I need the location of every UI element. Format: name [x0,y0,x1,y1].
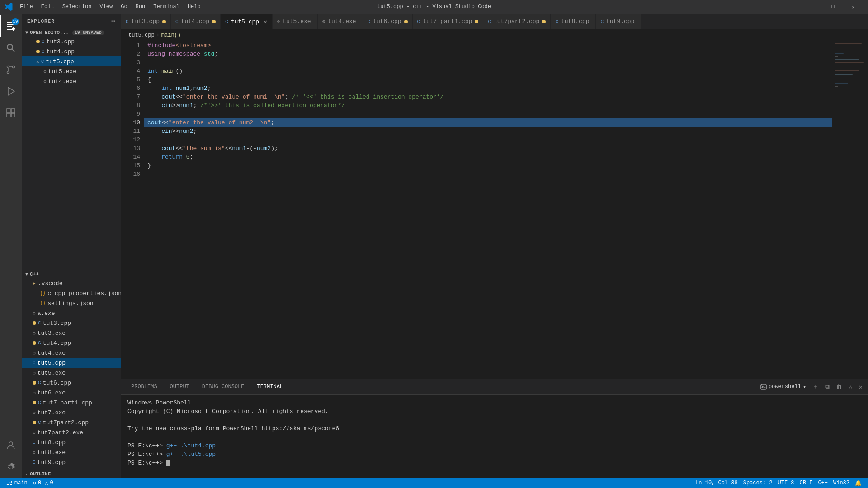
tab-tut9[interactable]: C tut9.cpp [596,14,641,29]
file-tut6-exe[interactable]: ⚙ tut6.exe [22,388,121,398]
open-editor-tut4exe[interactable]: ⚙ tut4.exe [22,76,121,86]
breadcrumb-symbol[interactable]: main() [161,32,181,38]
menu-edit[interactable]: Edit [38,2,58,12]
svg-rect-8 [7,113,10,117]
file-label: tut4.exe [38,350,66,357]
file-tut5-cpp[interactable]: C tut5.cpp [22,358,121,368]
open-editors-label: OPEN EDITO... [30,30,69,35]
open-editor-tut5[interactable]: ✕ C tut5.cpp [22,56,121,66]
file-tut7p2-cpp[interactable]: C tut7part2.cpp [22,418,121,427]
tab-tut4[interactable]: C tut4.cpp [171,14,221,29]
breadcrumb-file[interactable]: tut5.cpp [128,32,155,38]
file-tut9-cpp[interactable]: C tut9.cpp [22,457,121,467]
status-platform[interactable]: Win32 [830,478,852,488]
open-editor-tut3[interactable]: C tut3.cpp [22,37,121,47]
terminal-content[interactable]: Windows PowerShell Copyright (C) Microso… [121,395,868,478]
minimize-button[interactable]: — [802,0,823,14]
file-settings[interactable]: {} settings.json [22,298,121,308]
tab-tut3[interactable]: C tut3.cpp [121,14,171,29]
status-errors[interactable]: ⊗ 0 △ 0 [30,478,56,488]
file-tut3-cpp[interactable]: C tut3.cpp [22,318,121,328]
file-tut9-exe[interactable]: ⚙ tut9.exe [22,467,121,468]
code-editor[interactable]: 12345 6789 10 111213141516 #include<iost… [121,41,868,379]
vscode-folder[interactable]: ▸ .vscode [22,278,121,288]
tab-tut7p1[interactable]: C tut7 part1.cpp [413,14,484,29]
tab-tut4exe[interactable]: ⚙ tut4.exe [318,14,363,29]
status-spaces[interactable]: Spaces: 2 [741,478,775,488]
code-content[interactable]: #include<iostream> using namespace std; … [144,41,832,379]
menu-go[interactable]: Go [117,2,131,12]
error-count: 0 [38,480,41,486]
file-tut4-exe[interactable]: ⚙ tut4.exe [22,348,121,358]
exe-icon: ⚙ [43,69,47,75]
status-bar: ⎇ main ⊗ 0 △ 0 Ln 10, Col 38 Spaces: 2 U… [0,478,868,488]
file-tut6-cpp[interactable]: C tut6.cpp [22,378,121,388]
close-panel-button[interactable]: ✕ [857,382,864,392]
open-editor-tut5exe[interactable]: ⚙ tut5.exe [22,66,121,76]
menu-file[interactable]: File [16,2,37,12]
window-controls: — □ ✕ [802,0,863,14]
file-tut4-cpp[interactable]: C tut4.cpp [22,338,121,348]
tab-tut8[interactable]: C tut8.cpp [551,14,596,29]
panel-tab-terminal[interactable]: TERMINAL [250,381,289,393]
file-label: settings.json [47,300,93,307]
menu-selection[interactable]: Selection [59,2,95,12]
file-tut5-exe[interactable]: ⚙ tut5.exe [22,368,121,378]
delete-terminal-button[interactable]: 🗑 [834,382,844,391]
split-terminal-button[interactable]: ⧉ [823,382,831,391]
status-encoding[interactable]: UTF-8 [775,478,797,488]
tab-file-icon: C [417,19,420,24]
open-editor-tut4[interactable]: C tut4.cpp [22,47,121,56]
cpp-section[interactable]: ▼ C++ [22,270,121,278]
menu-terminal[interactable]: Terminal [150,2,183,12]
activity-explorer[interactable]: 19 [0,15,22,37]
tab-close-icon[interactable]: ✕ [264,18,267,26]
activity-settings[interactable] [0,456,22,478]
status-notifications[interactable]: 🔔 [852,478,864,488]
maximize-panel-button[interactable]: △ [847,382,854,392]
file-tut3-exe[interactable]: ⚙ tut3.exe [22,328,121,338]
menu-view[interactable]: View [96,2,116,12]
status-git[interactable]: ⎇ main [4,478,30,488]
tab-tut5[interactable]: C tut5.cpp ✕ [221,14,272,29]
file-c-cpp-props[interactable]: {} c_cpp_properties.json [22,288,121,298]
activity-bar: 19 [0,14,22,478]
activity-accounts[interactable] [0,435,22,456]
panel-tab-output[interactable]: OUTPUT [164,381,196,393]
panel-tab-debug[interactable]: DEBUG CONSOLE [196,381,251,393]
outline-section[interactable]: ▸ OUTLINE [22,470,121,478]
tabs-bar: C tut3.cpp C tut4.cpp C tut5.cpp ✕ ⚙ tut… [121,14,868,29]
tab-tut6[interactable]: C tut6.cpp [363,14,413,29]
file-tut7p2-exe[interactable]: ⚙ tut7part2.exe [22,427,121,437]
open-editors-chevron: ▼ [25,30,28,35]
tab-tut5exe[interactable]: ⚙ tut5.exe [273,14,318,29]
file-tut8-cpp[interactable]: C tut8.cpp [22,437,121,447]
title-bar: File Edit Selection View Go Run Terminal… [0,0,868,14]
file-a-exe[interactable]: ⚙ a.exe [22,308,121,318]
file-tut7p1-cpp[interactable]: C tut7 part1.cpp [22,398,121,408]
platform-label: Win32 [833,480,849,486]
menu-run[interactable]: Run [132,2,149,12]
activity-extensions[interactable] [0,102,22,124]
activity-search[interactable] [0,37,22,59]
shell-label[interactable]: powershell ▾ [759,383,808,391]
panel-tab-problems[interactable]: PROBLEMS [125,381,164,393]
status-position[interactable]: Ln 10, Col 38 [693,478,741,488]
open-editors-section[interactable]: ▼ OPEN EDITO... 19 UNSAVED [22,28,121,37]
file-tut8-exe[interactable]: ⚙ tut8.exe [22,447,121,457]
svg-point-0 [7,44,13,50]
status-eol[interactable]: CRLF [797,478,816,488]
file-label: .vscode [38,280,63,287]
add-terminal-button[interactable]: ＋ [811,382,821,392]
more-actions-icon[interactable]: ⋯ [112,17,116,25]
maximize-button[interactable]: □ [823,0,843,14]
close-button[interactable]: ✕ [843,0,863,14]
activity-source-control[interactable] [0,59,22,80]
language-label: C++ [818,480,828,486]
activity-run-debug[interactable] [0,80,22,102]
status-language[interactable]: C++ [815,478,830,488]
menu-help[interactable]: Help [184,2,204,12]
close-icon[interactable]: ✕ [36,59,39,65]
tab-tut7p2[interactable]: C tut7part2.cpp [483,14,551,29]
file-tut7-exe[interactable]: ⚙ tut7.exe [22,408,121,418]
